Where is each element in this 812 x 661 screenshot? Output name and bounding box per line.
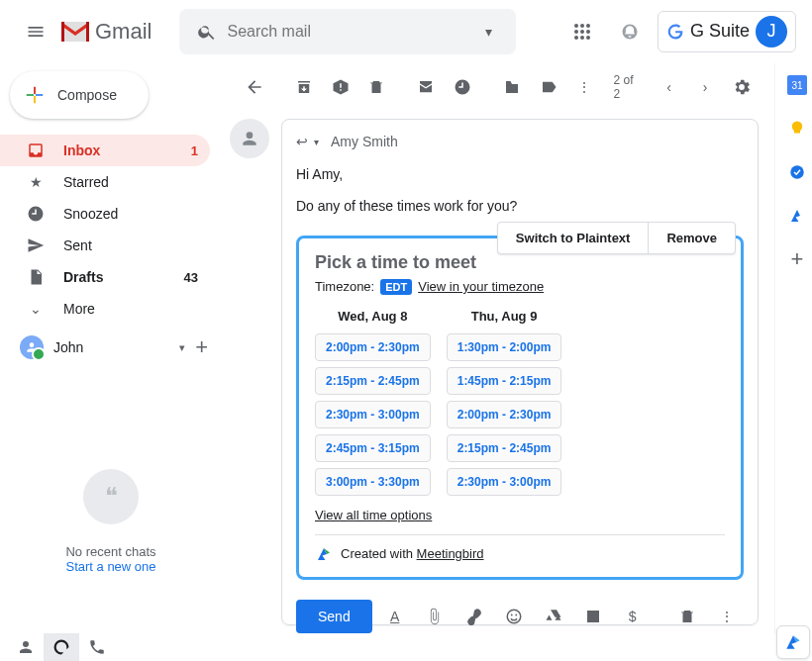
hangouts-tab-icon[interactable] <box>44 633 79 661</box>
star-icon: ★ <box>26 174 46 190</box>
meeting-widget: Pick a time to meet Timezone: EDT View i… <box>296 236 744 580</box>
search-input[interactable] <box>227 23 468 41</box>
search-icon[interactable] <box>187 22 227 42</box>
time-slot[interactable]: 2:15pm - 2:45pm <box>315 367 431 395</box>
tasks-app-icon[interactable] <box>787 162 807 182</box>
sidebar-item-starred[interactable]: ★ Starred <box>0 166 210 198</box>
sidebar-item-inbox[interactable]: Inbox 1 <box>0 135 210 166</box>
time-slot[interactable]: 3:00pm - 3:30pm <box>315 468 431 496</box>
svg-text:31: 31 <box>791 80 803 91</box>
drive-icon[interactable] <box>537 600 570 633</box>
hangouts-start-link[interactable]: Start a new one <box>65 559 155 574</box>
inbox-icon <box>26 142 46 159</box>
sidebar-item-label: Sent <box>63 237 198 253</box>
sidebar-item-count: 43 <box>184 270 198 285</box>
money-icon[interactable]: $ <box>616 600 650 633</box>
sidebar-item-more[interactable]: ⌄ More <box>0 293 210 325</box>
sidebar-item-drafts[interactable]: Drafts 43 <box>0 261 210 293</box>
search-bar[interactable]: ▾ <box>179 9 516 54</box>
compose-greeting[interactable]: Hi Amy, <box>296 163 744 185</box>
svg-point-3 <box>574 30 578 34</box>
format-text-icon[interactable]: A <box>378 600 412 633</box>
send-row: Send A $ ⋮ <box>296 594 744 633</box>
meetingbird-link[interactable]: Meetingbird <box>417 546 484 561</box>
compose-question[interactable]: Do any of these times work for you? <box>296 195 744 217</box>
sidebar-item-sent[interactable]: Sent <box>0 230 210 261</box>
labels-icon[interactable] <box>531 69 565 105</box>
time-slot[interactable]: 2:45pm - 3:15pm <box>315 434 431 462</box>
sidebar-item-label: More <box>63 301 198 317</box>
sidebar-item-snoozed[interactable]: Snoozed <box>0 198 210 230</box>
add-person-icon[interactable]: + <box>195 334 208 360</box>
toolbar: ⋮ 2 of 2 ‹ › <box>222 63 774 111</box>
more-options-icon[interactable]: ⋮ <box>710 600 744 633</box>
right-rail: 31 + <box>775 63 812 633</box>
widget-tools: Switch to Plaintext Remove <box>497 222 736 254</box>
send-button[interactable]: Send <box>296 600 372 633</box>
delete-icon[interactable] <box>359 69 394 105</box>
apps-grid-icon[interactable] <box>562 12 602 51</box>
time-slot[interactable]: 1:45pm - 2:15pm <box>447 367 562 395</box>
header-actions: G Suite J <box>562 11 804 52</box>
calendar-app-icon[interactable]: 31 <box>787 75 807 95</box>
emoji-icon[interactable] <box>497 600 531 633</box>
phone-icon[interactable] <box>79 633 115 661</box>
image-icon[interactable] <box>576 600 610 633</box>
compose-button[interactable]: Compose <box>10 71 149 119</box>
time-slot[interactable]: 2:30pm - 3:00pm <box>447 468 562 496</box>
time-slot[interactable]: 2:15pm - 2:45pm <box>447 434 562 462</box>
svg-point-10 <box>507 610 521 623</box>
settings-icon[interactable] <box>724 69 759 105</box>
gmail-logo[interactable]: Gmail <box>59 19 152 45</box>
recipient-name: Amy Smith <box>331 134 398 149</box>
compose-card: ↩ ▾ Amy Smith Hi Amy, Do any of these ti… <box>281 119 759 625</box>
hangouts-icon: ❝ <box>83 469 139 524</box>
switch-plaintext-button[interactable]: Switch to Plaintext <box>498 223 649 253</box>
meetingbird-app-icon[interactable] <box>787 206 807 226</box>
spam-icon[interactable] <box>324 69 358 105</box>
svg-point-0 <box>574 24 578 28</box>
attach-icon[interactable] <box>418 600 452 633</box>
snooze-icon[interactable] <box>446 69 480 105</box>
search-options-icon[interactable]: ▾ <box>468 24 508 40</box>
add-app-icon[interactable]: + <box>787 249 807 269</box>
chat-user-row[interactable]: John ▾ + <box>0 325 222 370</box>
widget-timezone: Timezone: EDT View in your timezone <box>315 279 725 295</box>
time-slot[interactable]: 2:00pm - 2:30pm <box>447 401 562 428</box>
reply-icon[interactable]: ↩ <box>296 134 308 149</box>
gsuite-badge[interactable]: G Suite J <box>658 11 796 52</box>
mark-unread-icon[interactable] <box>409 69 444 105</box>
next-icon[interactable]: › <box>688 69 723 105</box>
svg-point-8 <box>586 36 590 40</box>
day-column: Wed, Aug 8 2:00pm - 2:30pm 2:15pm - 2:45… <box>315 305 431 496</box>
more-icon[interactable]: ⋮ <box>567 69 602 105</box>
reply-caret-icon[interactable]: ▾ <box>314 137 319 147</box>
menu-icon[interactable] <box>12 8 59 55</box>
meetingbird-float-icon[interactable] <box>776 625 810 659</box>
user-name: John <box>53 339 169 355</box>
time-slot[interactable]: 2:00pm - 2:30pm <box>315 333 431 361</box>
link-icon[interactable] <box>457 600 491 633</box>
reply-header[interactable]: ↩ ▾ Amy Smith <box>296 134 744 149</box>
notifications-icon[interactable] <box>610 12 650 51</box>
sender-avatar-icon <box>230 119 269 158</box>
account-avatar[interactable]: J <box>756 16 787 47</box>
svg-point-4 <box>580 30 584 34</box>
caret-down-icon[interactable]: ▾ <box>179 341 185 354</box>
back-icon[interactable] <box>238 69 272 105</box>
sidebar-item-count: 1 <box>191 143 198 158</box>
day-header: Thu, Aug 9 <box>447 305 562 328</box>
discard-icon[interactable] <box>670 600 704 633</box>
remove-button[interactable]: Remove <box>648 223 735 253</box>
view-timezone-link[interactable]: View in your timezone <box>418 279 544 294</box>
time-slot[interactable]: 1:30pm - 2:00pm <box>447 333 562 361</box>
time-slot[interactable]: 2:30pm - 3:00pm <box>315 401 431 428</box>
contacts-icon[interactable] <box>8 633 44 661</box>
prev-icon[interactable]: ‹ <box>652 69 686 105</box>
move-to-icon[interactable] <box>495 69 530 105</box>
keep-app-icon[interactable] <box>787 119 807 139</box>
svg-point-6 <box>574 36 578 40</box>
sidebar-item-label: Inbox <box>63 142 173 158</box>
view-all-options-link[interactable]: View all time options <box>315 508 432 522</box>
archive-icon[interactable] <box>287 69 322 105</box>
